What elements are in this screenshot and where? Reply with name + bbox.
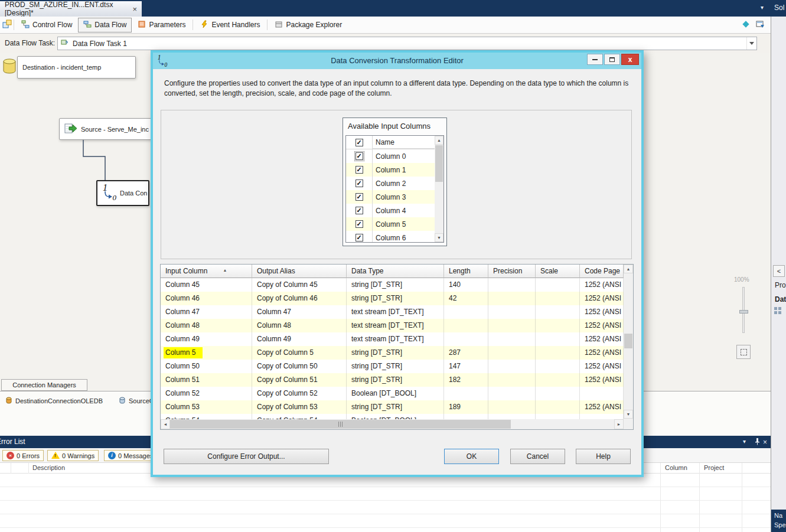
close-icon[interactable]: × — [763, 438, 767, 446]
cell-data-type[interactable]: string [DT_STR] — [347, 360, 444, 373]
cell-code-page[interactable]: 1252 (ANSI - — [580, 373, 624, 387]
cell-code-page[interactable]: 1252 (ANSI - — [580, 346, 624, 360]
available-input-columns-list[interactable]: ✓ Name ✓ Column 0 ✓ Column 1 ✓ Column 2 … — [345, 135, 444, 243]
list-item[interactable]: ✓ Column 6 — [346, 231, 443, 243]
cell-length[interactable]: 42 — [444, 292, 488, 305]
warnings-filter-button[interactable]: ! 0 Warnings — [47, 450, 99, 461]
column-checkbox[interactable]: ✓ — [356, 220, 363, 228]
scroll-down-icon[interactable]: ▼ — [435, 233, 443, 242]
list-item[interactable]: ✓ Column 1 — [346, 163, 443, 177]
cell-length[interactable] — [444, 387, 488, 400]
cell-scale[interactable] — [536, 414, 580, 419]
list-item[interactable]: ✓ Column 0 — [346, 149, 443, 163]
cell-output-alias[interactable]: Copy of Column 50 — [252, 360, 347, 373]
cell-input-column[interactable]: Column 51 — [161, 373, 252, 387]
cell-input-column[interactable]: Column 48 — [161, 319, 252, 332]
header-length[interactable]: Length — [444, 265, 488, 278]
cell-input-column[interactable]: Column 46 — [161, 292, 252, 305]
cell-data-type[interactable]: text stream [DT_TEXT] — [347, 332, 444, 346]
scrollbar-thumb[interactable] — [170, 420, 511, 429]
maximize-button[interactable] — [604, 54, 620, 65]
table-row[interactable]: Column 49 Column 49 text stream [DT_TEXT… — [161, 332, 624, 346]
cell-scale[interactable] — [536, 360, 580, 373]
cell-precision[interactable] — [488, 292, 536, 305]
scrollbar-thumb[interactable] — [624, 334, 632, 348]
header-data-type[interactable]: Data Type — [347, 265, 444, 278]
vertical-scrollbar[interactable]: ▲ ▼ — [624, 265, 633, 419]
cell-precision[interactable] — [488, 305, 536, 319]
cell-code-page[interactable]: 1252 (ANSI - — [580, 292, 624, 305]
table-row[interactable]: Column 52 Copy of Column 52 Boolean [DT_… — [161, 387, 624, 400]
cell-output-alias[interactable]: Column 48 — [252, 319, 347, 332]
collapse-panel-button[interactable]: < — [773, 265, 785, 277]
table-row[interactable]: Column 53 Copy of Column 53 string [DT_S… — [161, 400, 624, 414]
cell-input-column[interactable]: Column 53 — [161, 400, 252, 414]
cell-scale[interactable] — [536, 292, 580, 305]
cell-input-column[interactable]: Column 52 — [161, 387, 252, 400]
cell-length[interactable]: 147 — [444, 360, 488, 373]
minimize-button[interactable] — [587, 54, 603, 65]
cell-data-type[interactable]: Boolean [DT_BOOL] — [347, 387, 444, 400]
cell-scale[interactable] — [536, 346, 580, 360]
column-header-description[interactable]: Description — [32, 464, 65, 471]
header-output-alias[interactable]: Output Alias — [252, 265, 347, 278]
configure-error-output-button[interactable]: Configure Error Output... — [164, 449, 329, 464]
tab-event-handlers[interactable]: Event Handlers — [195, 18, 265, 32]
errors-filter-button[interactable]: × 0 Errors — [2, 450, 44, 461]
column-checkbox[interactable]: ✓ — [356, 193, 363, 201]
cell-input-column[interactable]: Column 50 — [161, 360, 252, 373]
cell-scale[interactable] — [536, 400, 580, 414]
cell-code-page[interactable]: 1252 (ANSI - — [580, 360, 624, 373]
table-row[interactable]: Column 50 Copy of Column 50 string [DT_S… — [161, 360, 624, 373]
cell-precision[interactable] — [488, 346, 536, 360]
tab-data-flow[interactable]: Data Flow — [78, 18, 132, 32]
table-row[interactable]: Column 46 Copy of Column 46 string [DT_S… — [161, 292, 624, 305]
pin-icon[interactable] — [754, 438, 761, 446]
tab-package-explorer[interactable]: Package Explorer — [270, 18, 347, 32]
cell-code-page[interactable] — [580, 387, 624, 400]
scroll-up-icon[interactable]: ▲ — [435, 136, 443, 145]
column-header-project[interactable]: Project — [704, 464, 724, 471]
tab-control-flow[interactable]: Control Flow — [17, 18, 77, 32]
list-item[interactable]: ✓ Column 4 — [346, 204, 443, 217]
list-item[interactable]: ✓ Column 5 — [346, 217, 443, 231]
cell-output-alias[interactable]: Column 49 — [252, 332, 347, 346]
cancel-button[interactable]: Cancel — [510, 449, 565, 464]
messages-filter-button[interactable]: i 0 Messages — [104, 450, 157, 461]
table-row[interactable]: Column 47 Column 47 text stream [DT_TEXT… — [161, 305, 624, 319]
solution-explorer-tab[interactable]: Sol — [774, 4, 784, 12]
document-tab[interactable]: PROD_SM_AZURE_IN...ENT.dtsx [Design]* × — [0, 1, 142, 17]
tab-parameters[interactable]: Parameters — [133, 18, 190, 32]
cell-code-page[interactable]: 1252 (ANSI - — [580, 278, 624, 292]
cell-output-alias[interactable]: Copy of Column 53 — [252, 400, 347, 414]
cell-precision[interactable] — [488, 414, 536, 419]
horizontal-scrollbar[interactable]: ◄ ► — [161, 419, 624, 429]
header-scale[interactable]: Scale — [536, 265, 580, 278]
cell-code-page[interactable] — [580, 414, 624, 419]
precedence-connector[interactable] — [77, 136, 112, 183]
connection-manager-destination[interactable]: DestinationConnectionOLEDB — [5, 396, 103, 406]
zoom-to-fit-button[interactable] — [736, 345, 751, 359]
cell-output-alias[interactable]: Copy of Column 51 — [252, 373, 347, 387]
scroll-left-icon[interactable]: ◄ — [161, 419, 170, 429]
table-row[interactable]: Column 51 Copy of Column 51 string [DT_S… — [161, 373, 624, 387]
select-all-checkbox[interactable]: ✓ — [356, 139, 363, 146]
cell-data-type[interactable]: string [DT_STR] — [347, 292, 444, 305]
properties-panel-title[interactable]: Pro — [775, 281, 786, 289]
vertical-scrollbar[interactable]: ▲ ▼ — [435, 136, 443, 242]
cell-precision[interactable] — [488, 360, 536, 373]
header-code-page[interactable]: Code Page — [580, 265, 624, 278]
close-button[interactable]: x — [621, 54, 639, 65]
help-button[interactable]: Help — [576, 449, 631, 464]
window-position-chevron-icon[interactable]: ▾ — [743, 438, 746, 445]
zoom-slider-thumb[interactable] — [739, 310, 748, 314]
header-precision[interactable]: Precision — [488, 265, 536, 278]
cell-data-type[interactable]: Boolean [DT_BOOL] — [347, 414, 444, 419]
data-conversion-component[interactable]: 1 0 Data Con — [96, 180, 149, 206]
cell-scale[interactable] — [536, 373, 580, 387]
column-checkbox[interactable]: ✓ — [356, 207, 363, 214]
table-row[interactable]: Column 48 Column 48 text stream [DT_TEXT… — [161, 319, 624, 332]
cell-scale[interactable] — [536, 332, 580, 346]
list-item[interactable]: ✓ Column 2 — [346, 177, 443, 190]
cell-length[interactable]: 182 — [444, 373, 488, 387]
